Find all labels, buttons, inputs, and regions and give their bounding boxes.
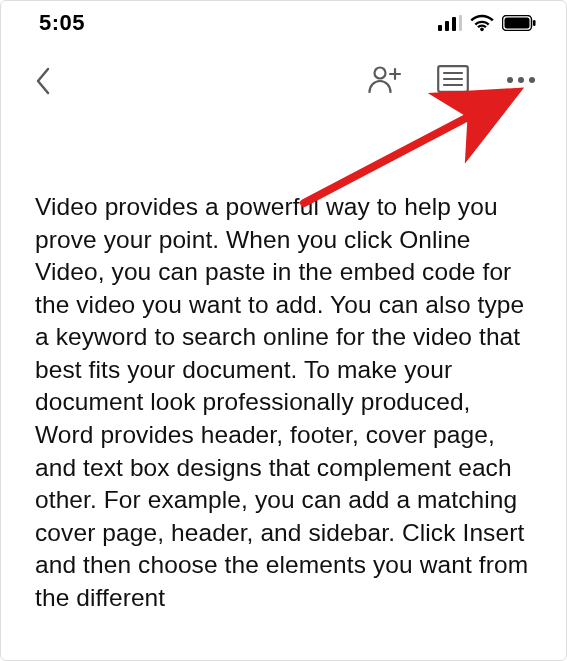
svg-point-15 [518,77,524,83]
share-button[interactable] [368,63,402,97]
svg-rect-3 [459,15,462,31]
svg-rect-1 [445,21,449,31]
status-bar: 5:05 [1,1,566,45]
svg-rect-0 [438,25,442,31]
chevron-left-icon [34,66,54,99]
body-paragraph: Video provides a powerful way to help yo… [35,191,532,615]
svg-rect-5 [505,18,530,29]
svg-point-14 [507,77,513,83]
cellular-signal-icon [438,15,462,31]
wifi-icon [470,14,494,32]
svg-point-7 [375,67,386,78]
status-time: 5:05 [39,10,85,36]
outline-button[interactable] [436,63,470,97]
document-outline-icon [437,65,469,96]
more-horizontal-icon [506,73,536,88]
toolbar [1,45,566,115]
more-options-button[interactable] [504,63,538,97]
svg-rect-2 [452,17,456,31]
document-body[interactable]: Video provides a powerful way to help yo… [1,115,566,615]
back-button[interactable] [27,65,61,99]
svg-point-16 [529,77,535,83]
svg-rect-6 [533,20,536,26]
status-right [438,14,536,32]
person-add-icon [368,65,402,96]
battery-icon [502,15,536,31]
